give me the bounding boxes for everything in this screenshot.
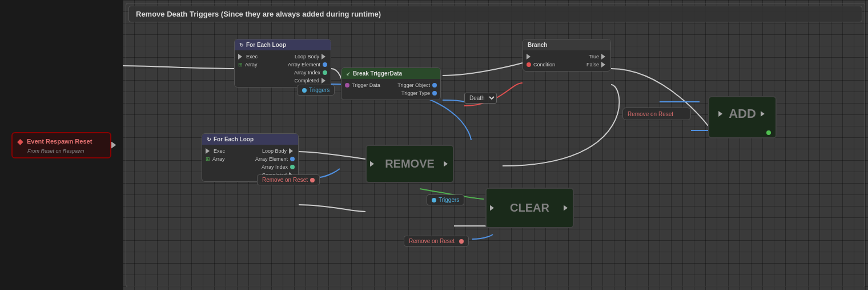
- break-trigger-data-node: ↙ Break TriggerData Trigger Data Trigger…: [341, 67, 441, 100]
- foreach1-arrayelement-label: Array Element: [288, 62, 320, 67]
- removeonreset1-label: Remove on Reset: [262, 177, 308, 183]
- left-panel: ◆ Event Respawn Reset From Reset on Resp…: [0, 0, 123, 290]
- exec-out-pin: [111, 142, 118, 149]
- remove-on-reset-right-label: Remove on Reset: [628, 111, 673, 117]
- foreach1-array-icon: ⊞: [238, 62, 243, 67]
- foreach2-index-row: Array Index: [202, 163, 298, 171]
- break-triggerobj-pin: [432, 83, 437, 88]
- branch-exec-in-pin: [527, 54, 532, 59]
- foreach1-title: For Each Loop: [246, 42, 286, 48]
- branch-condition-label: Condition: [533, 62, 555, 67]
- foreach1-loopbody-label: Loop Body: [295, 54, 319, 59]
- for-each-loop-1-node: ↻ For Each Loop Exec Loop Body ⊞ Array: [234, 39, 331, 88]
- remove-label: REMOVE: [385, 157, 435, 170]
- triggers2-pin: [432, 198, 436, 202]
- event-title: Event Respawn Reset: [27, 138, 92, 145]
- triggers-var-1: Triggers: [297, 85, 335, 96]
- clear-node: CLEAR: [485, 188, 574, 228]
- triggers1-label: Triggers: [309, 87, 329, 93]
- conn-foreach2-clear: [299, 205, 365, 212]
- add-exec-in-pin: [718, 111, 724, 117]
- remove-exec-out-pin: [444, 161, 449, 167]
- foreach1-completed-pin: [322, 78, 327, 84]
- break-triggerdata-in-pin: [345, 83, 349, 88]
- triggers1-pin: [302, 88, 307, 93]
- foreach2-arrayindex-pin: [290, 165, 295, 169]
- foreach1-exec-label: Exec: [246, 54, 258, 59]
- break-triggerdata-row: Trigger Data Trigger Object: [341, 81, 440, 89]
- clear-node-body: CLEAR: [487, 189, 573, 227]
- branch-false-pin: [601, 62, 607, 67]
- death-dropdown-container: Death: [464, 93, 497, 104]
- foreach1-arrayelement-pin: [323, 62, 327, 67]
- conn-exec-main: [123, 66, 234, 69]
- branch-true-label: True: [589, 54, 599, 59]
- removeonreset2-label: Remove on Reset: [409, 238, 455, 244]
- branch-header: Branch: [523, 39, 610, 50]
- add-bottom-pins: [709, 130, 775, 137]
- foreach1-array-row: ⊞ Array Array Element: [235, 61, 331, 69]
- add-label: ADD: [729, 106, 756, 121]
- foreach2-loopbody-label: Loop Body: [262, 148, 287, 154]
- foreach2-exec-row: Exec Loop Body: [202, 147, 298, 155]
- conn-triggerobj-death: [443, 100, 464, 102]
- break-trigger-title: Break TriggerData: [353, 70, 402, 77]
- foreach1-array-label: Array: [245, 62, 258, 67]
- add-node: ADD: [708, 96, 777, 138]
- event-subtitle: From Reset on Respawn: [17, 148, 106, 154]
- diamond-icon: ◆: [17, 137, 23, 146]
- conn-break-branch: [443, 63, 523, 76]
- triggers-var-2: Triggers: [427, 194, 464, 205]
- removeonreset2-pin: [459, 239, 464, 244]
- remove-node: REMOVE: [365, 145, 454, 183]
- break-triggertype-label: Trigger Type: [401, 90, 430, 96]
- foreach2-icon: ↻: [207, 137, 211, 142]
- foreach1-arrayindex-label: Array Index: [294, 70, 320, 76]
- clear-label: CLEAR: [510, 201, 549, 214]
- conn-branch-false: [503, 85, 619, 166]
- foreach2-arrayelement-pin: [290, 157, 295, 161]
- foreach2-exec-label: Exec: [214, 148, 225, 154]
- break-trigger-body: Trigger Data Trigger Object Trigger Type: [341, 79, 440, 100]
- removeonreset1-pin: [310, 178, 315, 182]
- foreach1-arrayindex-pin: [323, 70, 327, 75]
- branch-title: Branch: [528, 42, 547, 48]
- remove-on-reset-var-1: Remove on Reset: [257, 174, 320, 185]
- break-triggertype-row: Trigger Type: [341, 89, 440, 97]
- remove-exec-in-pin: [370, 161, 376, 167]
- branch-false-label: False: [586, 62, 599, 67]
- branch-node: Branch True Condition False: [523, 39, 611, 71]
- add-node-body: ADD: [709, 97, 775, 130]
- add-out-pin: [766, 130, 771, 135]
- foreach1-exec-row: Exec Loop Body: [235, 53, 331, 61]
- foreach2-exec-in-pin: [206, 148, 211, 154]
- foreach1-completed-label: Completed: [294, 78, 319, 84]
- break-triggerobj-label: Trigger Object: [397, 82, 430, 88]
- break-triggerdata-label: Trigger Data: [352, 82, 380, 88]
- break-triggertype-pin: [432, 91, 437, 96]
- foreach2-title: For Each Loop: [214, 136, 254, 142]
- foreach1-completed-row: Completed: [235, 77, 331, 85]
- remove-on-reset-var-2: Remove on Reset: [404, 236, 469, 247]
- foreach1-exec-in-pin: [238, 54, 244, 59]
- for-each-loop-1-body: Exec Loop Body ⊞ Array Array Element: [235, 50, 331, 87]
- foreach1-index-row: Array Index: [235, 69, 331, 77]
- canvas-title: Remove Death Triggers (Since they are al…: [128, 6, 862, 22]
- add-exec-out-pin: [761, 111, 766, 117]
- clear-exec-in-pin: [490, 205, 496, 211]
- blueprint-canvas: Remove Death Triggers (Since they are al…: [123, 0, 868, 290]
- for-each-loop-2-header: ↻ For Each Loop: [202, 134, 298, 145]
- remove-on-reset-right-node: Remove on Reset: [622, 108, 691, 120]
- for-each-loop-1-header: ↻ For Each Loop: [235, 39, 331, 50]
- remove-node-body: REMOVE: [367, 146, 453, 182]
- death-dropdown[interactable]: Death: [464, 93, 497, 104]
- foreach2-array-icon: ⊞: [206, 156, 210, 162]
- break-icon: ↙: [346, 71, 351, 77]
- foreach1-icon: ↻: [239, 42, 244, 48]
- foreach2-arrayelement-label: Array Element: [255, 156, 288, 162]
- branch-body: True Condition False: [523, 50, 610, 71]
- break-trigger-header: ↙ Break TriggerData: [341, 68, 440, 79]
- conn-removeonreset2-clear: [472, 235, 493, 239]
- foreach2-array-row: ⊞ Array Array Element: [202, 155, 298, 163]
- event-respawn-reset-node: ◆ Event Respawn Reset From Reset on Resp…: [11, 132, 111, 158]
